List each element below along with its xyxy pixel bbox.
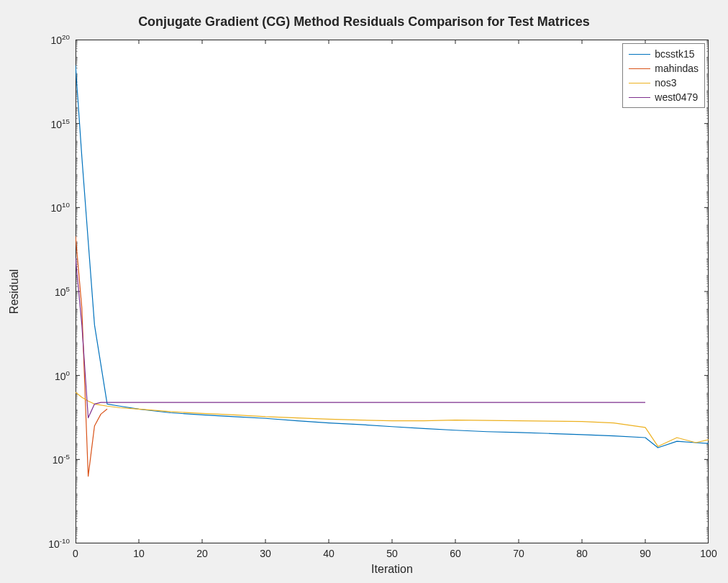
chart-legend: bcsstk15mahindasnos3west0479	[622, 43, 705, 108]
y-tick-label: 105	[12, 285, 70, 298]
series-line	[76, 392, 709, 446]
x-tick-label: 50	[378, 548, 406, 559]
y-tick-label: 1015	[12, 117, 70, 130]
x-tick-label: 20	[188, 548, 217, 559]
y-tick-label: 1010	[12, 202, 70, 214]
legend-label: bcsstk15	[655, 48, 694, 60]
legend-label: west0479	[655, 91, 698, 103]
x-tick-label: 10	[124, 548, 153, 559]
series-line	[76, 258, 645, 417]
legend-label: nos3	[655, 77, 676, 89]
x-tick-label: 70	[504, 548, 533, 559]
x-tick-label: 80	[568, 548, 596, 559]
x-tick-label: 100	[694, 548, 723, 559]
plot-area	[76, 40, 709, 543]
series-line	[76, 65, 709, 448]
svg-rect-0	[76, 40, 709, 543]
legend-swatch	[629, 54, 650, 55]
x-tick-label: 60	[441, 548, 470, 559]
legend-label: mahindas	[655, 63, 699, 74]
series-line	[76, 236, 107, 476]
legend-entry: west0479	[629, 90, 699, 104]
legend-swatch	[629, 83, 650, 83]
legend-entry: nos3	[629, 76, 699, 90]
chart-figure: Conjugate Gradient (CG) Method Residuals…	[0, 0, 728, 583]
legend-entry: mahindas	[629, 61, 699, 76]
legend-swatch	[629, 97, 650, 98]
y-tick-label: 10-5	[12, 453, 70, 466]
chart-title: Conjugate Gradient (CG) Method Residuals…	[0, 14, 728, 30]
chart-axes	[76, 40, 709, 543]
legend-entry: bcsstk15	[629, 47, 699, 61]
x-tick-label: 40	[314, 548, 343, 559]
x-tick-label: 90	[631, 548, 660, 559]
y-tick-label: 1020	[12, 33, 70, 46]
x-axis-label: Iteration	[371, 563, 413, 576]
y-tick-label: 10-10	[12, 537, 70, 550]
legend-swatch	[629, 68, 650, 69]
x-tick-label: 30	[251, 548, 280, 559]
y-tick-label: 100	[12, 369, 70, 382]
